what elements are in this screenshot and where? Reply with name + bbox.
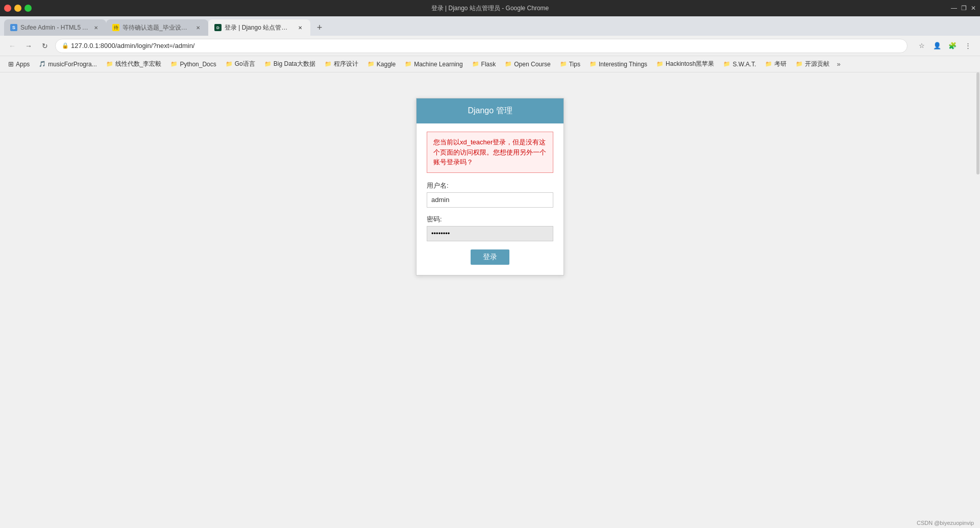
- close-button[interactable]: [4, 5, 11, 12]
- footer: CSDN @biyezuopinvip: [911, 518, 980, 528]
- bookmark-interesting-label: Interesting Things: [599, 61, 647, 68]
- url-bar[interactable]: 🔒 127.0.0.1:8000/admin/login/?next=/admi…: [55, 39, 908, 53]
- tab-bar: S Sufee Admin - HTML5 Admin ✕ 待 等待确认选题_毕…: [0, 16, 980, 36]
- login-container: Django 管理 您当前以xd_teacher登录，但是没有这个页面的访问权限…: [416, 98, 564, 275]
- tab-sufee[interactable]: S Sufee Admin - HTML5 Admin ✕: [4, 19, 106, 36]
- tab-wait-favicon: 待: [112, 24, 119, 31]
- username-field-group: 用户名:: [427, 181, 553, 208]
- bookmark-go[interactable]: 📁 Go语言: [222, 59, 259, 69]
- password-field-group: 密码:: [427, 215, 553, 241]
- bookmark-ml-label: Machine Learning: [414, 61, 462, 68]
- bookmark-hackintosh-label: Hackintosh黑苹果: [666, 60, 714, 68]
- login-body: 您当前以xd_teacher登录，但是没有这个页面的访问权限。您想使用另外一个账…: [416, 123, 564, 275]
- bookmark-ml[interactable]: 📁 Machine Learning: [401, 60, 467, 69]
- browser-content: Django 管理 您当前以xd_teacher登录，但是没有这个页面的访问权限…: [0, 72, 980, 528]
- extensions-icon[interactable]: 🧩: [946, 40, 959, 52]
- tab-django-favicon: D: [214, 24, 222, 31]
- forward-button[interactable]: →: [22, 40, 35, 52]
- bookmark-go-label: Go语言: [235, 60, 255, 68]
- bookmark-kaoyuan[interactable]: 📁 考研: [761, 59, 791, 69]
- more-bookmarks-icon[interactable]: »: [837, 60, 840, 68]
- bookmark-folder-icon-2: 📁: [170, 61, 178, 67]
- refresh-button[interactable]: ↻: [39, 40, 51, 52]
- footer-text: CSDN @biyezuopinvip: [917, 520, 974, 526]
- bookmark-folder-icon-5: 📁: [325, 61, 332, 67]
- bookmark-folder-icon-11: 📁: [590, 61, 597, 67]
- bookmark-folder-icon-4: 📁: [264, 61, 272, 67]
- title-bar-left: [4, 5, 32, 12]
- bookmark-python[interactable]: 📁 Python_Docs: [166, 60, 220, 69]
- bookmark-music-icon: 🎵: [39, 61, 46, 67]
- bookmark-interesting[interactable]: 📁 Interesting Things: [585, 60, 651, 69]
- error-text: 您当前以xd_teacher登录，但是没有这个页面的访问权限。您想使用另外一个账…: [433, 138, 546, 166]
- tab-sufee-label: Sufee Admin - HTML5 Admin: [20, 24, 89, 31]
- tab-wait[interactable]: 待 等待确认选题_毕业设计系统 ✕: [106, 19, 208, 36]
- bookmark-python-label: Python_Docs: [180, 61, 216, 68]
- bookmark-opensource[interactable]: 📁 开源贡献: [792, 59, 834, 69]
- bookmark-opencourse[interactable]: 📁 Open Course: [501, 60, 554, 69]
- bookmark-folder-icon-7: 📁: [405, 61, 412, 67]
- bookmark-opensource-label: 开源贡献: [805, 60, 829, 68]
- close-icon[interactable]: ✕: [971, 5, 976, 12]
- bookmark-star-icon[interactable]: ☆: [916, 40, 928, 52]
- secure-icon: 🔒: [62, 42, 69, 49]
- bookmark-linear-algebra[interactable]: 📁 线性代数_李宏毅: [102, 59, 166, 69]
- scrollbar-track[interactable]: [976, 72, 980, 518]
- new-tab-button[interactable]: +: [312, 20, 327, 35]
- restore-icon[interactable]: ❐: [961, 5, 967, 12]
- tab-django-close[interactable]: ✕: [296, 23, 304, 32]
- address-bar: ← → ↻ 🔒 127.0.0.1:8000/admin/login/?next…: [0, 36, 980, 56]
- bookmark-folder-icon-12: 📁: [656, 61, 664, 67]
- bookmark-swat[interactable]: 📁 S.W.A.T.: [719, 60, 760, 69]
- minimize-button[interactable]: [14, 5, 21, 12]
- bookmark-music-label: musicForProgra...: [48, 61, 96, 68]
- bookmark-kaoyuan-label: 考研: [774, 60, 787, 68]
- tab-sufee-favicon: S: [10, 24, 17, 31]
- error-message: 您当前以xd_teacher登录，但是没有这个页面的访问权限。您想使用另外一个账…: [427, 132, 553, 173]
- bookmark-kaggle[interactable]: 📁 Kaggle: [363, 60, 400, 69]
- username-input[interactable]: [427, 192, 553, 208]
- tab-django[interactable]: D 登录 | Django 站点管理员 ✕: [208, 19, 310, 36]
- bookmark-folder-icon-6: 📁: [368, 61, 375, 67]
- bookmark-folder-icon-13: 📁: [723, 61, 730, 67]
- bookmark-swat-label: S.W.A.T.: [732, 61, 756, 68]
- username-label: 用户名:: [427, 181, 553, 190]
- bookmark-flask[interactable]: 📁 Flask: [468, 60, 500, 69]
- apps-button[interactable]: ⊞ Apps: [4, 59, 34, 69]
- bookmark-folder-icon-15: 📁: [796, 61, 803, 67]
- tab-wait-close[interactable]: ✕: [194, 23, 202, 32]
- bookmarks-bar: ⊞ Apps 🎵 musicForProgra... 📁 线性代数_李宏毅 📁 …: [0, 56, 980, 72]
- bookmark-hackintosh[interactable]: 📁 Hackintosh黑苹果: [652, 59, 718, 69]
- login-btn-row: 登录: [427, 249, 553, 265]
- login-button[interactable]: 登录: [471, 249, 509, 265]
- bookmark-bigdata[interactable]: 📁 Big Data大数据: [260, 59, 320, 69]
- bookmark-tips[interactable]: 📁 Tips: [556, 60, 584, 69]
- bookmark-opencourse-label: Open Course: [514, 61, 550, 68]
- maximize-button[interactable]: [24, 5, 32, 12]
- apps-label: Apps: [16, 61, 30, 68]
- password-label: 密码:: [427, 215, 553, 224]
- minimize-icon[interactable]: —: [951, 5, 957, 12]
- bookmark-folder-icon-3: 📁: [226, 61, 233, 67]
- tab-sufee-close[interactable]: ✕: [92, 23, 100, 32]
- bookmark-folder-icon-8: 📁: [472, 61, 479, 67]
- window-title: 登录 | Django 站点管理员 - Google Chrome: [431, 4, 549, 13]
- bookmark-tips-label: Tips: [569, 61, 580, 68]
- title-bar: 登录 | Django 站点管理员 - Google Chrome — ❐ ✕: [0, 0, 980, 16]
- bookmark-programming[interactable]: 📁 程序设计: [321, 59, 362, 69]
- url-text: 127.0.0.1:8000/admin/login/?next=/admin/: [71, 42, 194, 49]
- bookmark-folder-icon-10: 📁: [560, 61, 567, 67]
- bookmark-folder-icon-14: 📁: [765, 61, 772, 67]
- profile-icon[interactable]: 👤: [931, 40, 943, 52]
- apps-grid-icon: ⊞: [8, 60, 14, 68]
- password-input[interactable]: [427, 226, 553, 241]
- bookmark-programming-label: 程序设计: [334, 60, 358, 68]
- settings-icon[interactable]: ⋮: [962, 40, 974, 52]
- back-button[interactable]: ←: [6, 40, 18, 52]
- tab-wait-label: 等待确认选题_毕业设计系统: [122, 23, 191, 32]
- bookmark-kaggle-label: Kaggle: [377, 61, 396, 68]
- title-bar-right: — ❐ ✕: [951, 5, 976, 12]
- scrollbar-thumb[interactable]: [976, 72, 979, 174]
- toolbar-icons: ☆ 👤 🧩 ⋮: [916, 40, 974, 52]
- bookmark-music[interactable]: 🎵 musicForProgra...: [35, 60, 101, 69]
